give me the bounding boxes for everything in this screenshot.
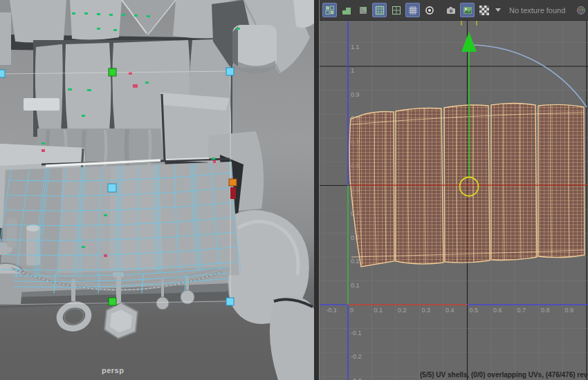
svg-text:0.6: 0.6	[493, 307, 502, 314]
pixel-snap-icon[interactable]	[389, 3, 403, 17]
svg-text:0.9: 0.9	[351, 91, 360, 98]
svg-text:0.2: 0.2	[398, 307, 407, 314]
svg-text:0: 0	[350, 307, 353, 314]
texture-borders-icon[interactable]	[356, 3, 370, 17]
svg-text:-0.1: -0.1	[327, 307, 338, 314]
shaded-uv-display-icon[interactable]	[339, 3, 353, 17]
no-texture-label: No texture found	[509, 6, 565, 15]
panel-divider[interactable]	[314, 0, 320, 380]
svg-text:0.7: 0.7	[517, 307, 526, 314]
rotate-ring-arc	[469, 45, 587, 107]
use-image-ratio-checker-icon[interactable]	[477, 3, 491, 17]
dense-grid-icon[interactable]	[405, 3, 420, 17]
uv-distortion-icon[interactable]	[322, 3, 337, 17]
viewport-scene	[0, 0, 314, 380]
svg-text:0.1: 0.1	[351, 282, 360, 289]
uv-editor-panel[interactable]: -0.100.10.20.30.40.50.60.70.80.91.110.90…	[320, 0, 588, 380]
grid-display-icon[interactable]	[372, 3, 387, 17]
svg-text:1: 1	[351, 67, 354, 74]
svg-text:0.4: 0.4	[445, 307, 454, 314]
uv-status-line: (5/5) UV shells, (0/0) overlapping UVs, …	[420, 371, 588, 379]
svg-text:1.1: 1.1	[351, 44, 360, 50]
svg-text:0.1: 0.1	[374, 307, 383, 314]
uv-snapshot-camera-icon[interactable]	[443, 3, 458, 17]
svg-text:-0.2: -0.2	[351, 353, 362, 360]
viewport-camera-label: persp	[102, 366, 124, 374]
uv-editor-toolbar: No texture found	[320, 0, 588, 21]
svg-text:0.3: 0.3	[422, 307, 431, 314]
application-window: persp -0.100.10.20.30.40.50.60.70.80.91.…	[0, 0, 588, 380]
display-rgb-channels-icon[interactable]	[573, 3, 588, 17]
uv-canvas[interactable]: -0.100.10.20.30.40.50.60.70.80.91.110.90…	[320, 0, 588, 380]
svg-text:0.9: 0.9	[565, 307, 574, 314]
svg-text:0.8: 0.8	[541, 307, 550, 314]
texture-dropdown-caret[interactable]	[495, 8, 501, 12]
dim-image-icon[interactable]	[422, 3, 437, 17]
manipulator-v-arrowhead	[461, 32, 477, 52]
red-axis-handle-stem	[230, 187, 236, 199]
svg-text:0.2: 0.2	[351, 258, 360, 265]
svg-text:-0.1: -0.1	[351, 330, 362, 336]
red-axis-handle[interactable]	[229, 179, 237, 186]
svg-text:0.5: 0.5	[470, 307, 479, 314]
svg-text:-0.3: -0.3	[351, 377, 362, 380]
perspective-viewport[interactable]: persp	[0, 0, 314, 380]
display-image-icon[interactable]	[460, 3, 475, 17]
